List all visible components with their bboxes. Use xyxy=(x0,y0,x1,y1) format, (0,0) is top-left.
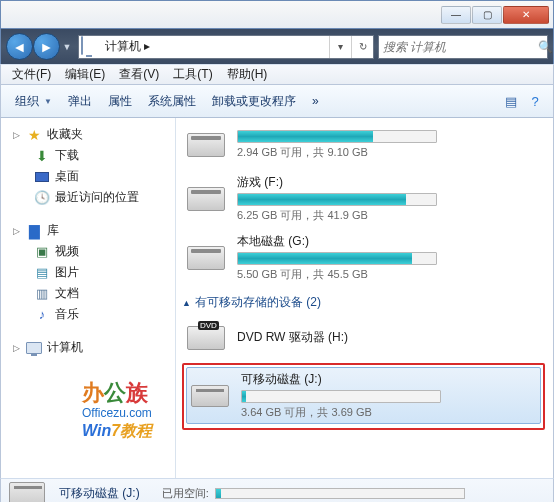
music-icon: ♪ xyxy=(34,307,50,323)
search-input[interactable] xyxy=(379,40,538,54)
drive-item-g[interactable]: 本地磁盘 (G:) 5.50 GB 可用，共 45.5 GB xyxy=(182,229,545,286)
drive-list: 2.94 GB 可用，共 9.10 GB 游戏 (F:) 6.25 GB 可用，… xyxy=(176,118,553,478)
annotation-highlight: 可移动磁盘 (J:) 3.64 GB 可用，共 3.69 GB xyxy=(182,363,545,430)
tree-desktop[interactable]: 桌面 xyxy=(1,166,175,187)
star-icon: ★ xyxy=(26,127,42,143)
menu-tools[interactable]: 工具(T) xyxy=(166,64,219,85)
eject-button[interactable]: 弹出 xyxy=(60,89,100,114)
maximize-button[interactable]: ▢ xyxy=(472,6,502,24)
properties-button[interactable]: 属性 xyxy=(100,89,140,114)
tree-music[interactable]: ♪音乐 xyxy=(1,304,175,325)
picture-icon: ▤ xyxy=(34,265,50,281)
nav-history-dropdown[interactable]: ▼ xyxy=(60,36,74,58)
tree-computer[interactable]: ▷计算机 xyxy=(1,337,175,358)
tree-documents[interactable]: ▥文档 xyxy=(1,283,175,304)
window-titlebar: — ▢ ✕ xyxy=(0,0,554,29)
computer-tree-icon xyxy=(26,340,42,356)
tree-videos[interactable]: ▣视频 xyxy=(1,241,175,262)
tree-pictures[interactable]: ▤图片 xyxy=(1,262,175,283)
hdd-icon xyxy=(185,180,227,218)
drive-stats: 6.25 GB 可用，共 41.9 GB xyxy=(237,208,542,223)
drive-item-dvd[interactable]: DVD RW 驱动器 (H:) xyxy=(182,315,545,361)
drive-stats: 5.50 GB 可用，共 45.5 GB xyxy=(237,267,542,282)
drive-item-f[interactable]: 游戏 (F:) 6.25 GB 可用，共 41.9 GB xyxy=(182,170,545,227)
recent-icon: 🕓 xyxy=(34,190,50,206)
usage-bar xyxy=(237,252,437,265)
dvd-icon xyxy=(185,319,227,357)
drive-name: 本地磁盘 (G:) xyxy=(237,233,542,250)
forward-button[interactable]: ► xyxy=(33,33,60,60)
usage-bar xyxy=(237,193,437,206)
tree-recent[interactable]: 🕓最近访问的位置 xyxy=(1,187,175,208)
removable-devices-header[interactable]: ▲ 有可移动存储的设备 (2) xyxy=(182,288,545,315)
search-icon[interactable]: 🔍 xyxy=(538,40,553,54)
drive-item-usb[interactable]: 可移动磁盘 (J:) 3.64 GB 可用，共 3.69 GB xyxy=(186,367,541,424)
content-area: ▷★收藏夹 ⬇下载 桌面 🕓最近访问的位置 ▷▇库 ▣视频 ▤图片 ▥文档 ♪音… xyxy=(0,118,554,478)
toolbar-overflow[interactable]: » xyxy=(304,90,327,112)
address-bar[interactable]: 计算机 ▸ ▾ ↻ xyxy=(78,35,374,59)
library-icon: ▇ xyxy=(26,223,42,239)
menu-help[interactable]: 帮助(H) xyxy=(220,64,275,85)
navigation-tree: ▷★收藏夹 ⬇下载 桌面 🕓最近访问的位置 ▷▇库 ▣视频 ▤图片 ▥文档 ♪音… xyxy=(1,118,176,478)
video-icon: ▣ xyxy=(34,244,50,260)
search-box[interactable]: 🔍 xyxy=(378,35,548,59)
details-usage-bar xyxy=(215,488,465,499)
view-mode-button[interactable]: ▤ xyxy=(499,89,523,113)
usb-drive-icon xyxy=(9,482,49,502)
back-button[interactable]: ◄ xyxy=(6,33,33,60)
refresh-button[interactable]: ↻ xyxy=(351,36,373,58)
usb-drive-icon xyxy=(189,377,231,415)
address-dropdown[interactable]: ▾ xyxy=(329,36,351,58)
collapse-icon: ▲ xyxy=(182,298,191,308)
drive-name: 可移动磁盘 (J:) xyxy=(241,371,538,388)
uninstall-button[interactable]: 卸载或更改程序 xyxy=(204,89,304,114)
navigation-bar: ◄ ► ▼ 计算机 ▸ ▾ ↻ 🔍 xyxy=(0,29,554,64)
used-space-label: 已用空间: xyxy=(162,486,209,501)
close-button[interactable]: ✕ xyxy=(503,6,549,24)
details-name: 可移动磁盘 (J:) xyxy=(59,485,140,502)
tree-favorites[interactable]: ▷★收藏夹 xyxy=(1,124,175,145)
usage-bar xyxy=(241,390,441,403)
minimize-button[interactable]: — xyxy=(441,6,471,24)
computer-icon xyxy=(81,37,101,57)
hdd-icon xyxy=(185,126,227,164)
drive-stats: 2.94 GB 可用，共 9.10 GB xyxy=(237,145,542,160)
download-icon: ⬇ xyxy=(34,148,50,164)
usage-bar xyxy=(237,130,437,143)
menu-bar: 文件(F) 编辑(E) 查看(V) 工具(T) 帮助(H) xyxy=(0,64,554,85)
drive-stats: 3.64 GB 可用，共 3.69 GB xyxy=(241,405,538,420)
details-pane: 可移动磁盘 (J:) 可移动磁盘 已用空间: 可用空间: 3.64 GB xyxy=(0,478,554,502)
system-properties-button[interactable]: 系统属性 xyxy=(140,89,204,114)
menu-file[interactable]: 文件(F) xyxy=(5,64,58,85)
tree-downloads[interactable]: ⬇下载 xyxy=(1,145,175,166)
document-icon: ▥ xyxy=(34,286,50,302)
drive-name: DVD RW 驱动器 (H:) xyxy=(237,329,542,346)
help-button[interactable]: ? xyxy=(523,89,547,113)
drive-item[interactable]: 2.94 GB 可用，共 9.10 GB xyxy=(182,122,545,168)
drive-name: 游戏 (F:) xyxy=(237,174,542,191)
hdd-icon xyxy=(185,239,227,277)
menu-edit[interactable]: 编辑(E) xyxy=(58,64,112,85)
tree-libraries[interactable]: ▷▇库 xyxy=(1,220,175,241)
menu-view[interactable]: 查看(V) xyxy=(112,64,166,85)
desktop-icon xyxy=(34,169,50,185)
command-toolbar: 组织▼ 弹出 属性 系统属性 卸载或更改程序 » ▤ ? xyxy=(0,85,554,118)
address-path[interactable]: 计算机 ▸ xyxy=(103,38,329,55)
organize-menu[interactable]: 组织▼ xyxy=(7,89,60,114)
